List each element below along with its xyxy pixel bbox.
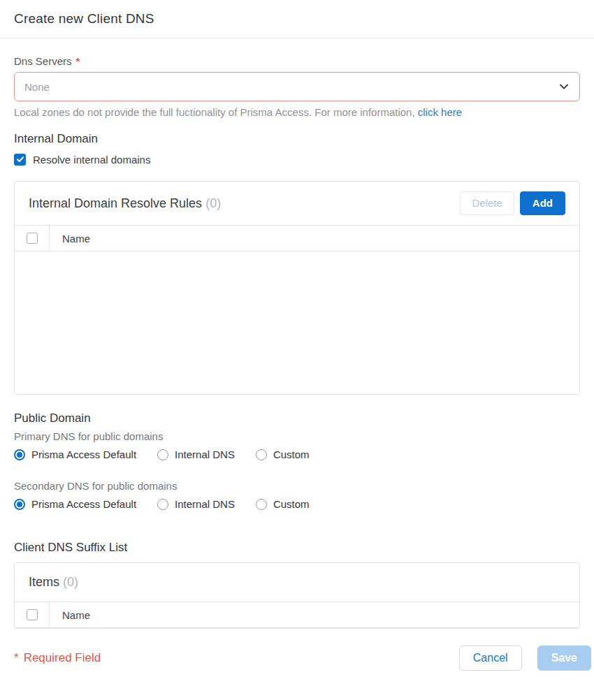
dns-servers-select[interactable]: None xyxy=(14,72,580,101)
resolve-internal-domains-label: Resolve internal domains xyxy=(33,154,150,166)
click-here-link[interactable]: click here xyxy=(418,106,462,118)
dialog-header: Create new Client DNS xyxy=(0,0,594,38)
radio-unselected-icon[interactable] xyxy=(157,499,168,510)
items-title-text: Items xyxy=(29,575,59,589)
check-icon xyxy=(16,154,24,166)
public-domain-heading: Public Domain xyxy=(14,411,580,425)
items-select-all-checkbox[interactable] xyxy=(27,609,38,620)
radio-selected-icon[interactable] xyxy=(14,449,25,460)
rules-card-actions: Delete Add xyxy=(460,191,565,215)
rules-card-header: Internal Domain Resolve Rules (0) Delete… xyxy=(15,182,579,225)
suffix-items-card: Items (0) Name xyxy=(14,562,580,629)
rules-table-header: Name xyxy=(15,225,579,251)
items-select-all-cell xyxy=(15,602,50,627)
secondary-option-label: Custom xyxy=(273,498,310,510)
primary-option-label: Internal DNS xyxy=(175,449,235,460)
dns-servers-select-value: None xyxy=(24,81,558,93)
items-count-badge: (0) xyxy=(63,575,78,589)
radio-unselected-icon[interactable] xyxy=(256,449,267,460)
radio-dot xyxy=(17,502,22,507)
dns-servers-label-text: Dns Servers xyxy=(14,55,72,67)
secondary-dns-radio-group: Prisma Access Default Internal DNS Custo… xyxy=(14,498,580,510)
secondary-option-label: Prisma Access Default xyxy=(31,498,136,510)
rules-name-column-header: Name xyxy=(50,226,90,251)
rules-table-empty-body xyxy=(15,251,579,394)
client-dns-suffix-list-heading: Client DNS Suffix List xyxy=(14,541,580,555)
required-asterisk: * xyxy=(76,55,80,67)
secondary-option-internal-dns[interactable]: Internal DNS xyxy=(157,498,235,510)
page-title: Create new Client DNS xyxy=(14,11,154,27)
required-field-note: * Required Field xyxy=(14,651,101,665)
primary-option-custom[interactable]: Custom xyxy=(256,449,310,460)
radio-unselected-icon[interactable] xyxy=(157,449,168,460)
items-card-header: Items (0) xyxy=(15,563,579,601)
items-card-title: Items (0) xyxy=(29,575,565,590)
delete-button[interactable]: Delete xyxy=(460,191,514,215)
secondary-option-label: Internal DNS xyxy=(175,498,235,510)
rules-count-badge: (0) xyxy=(205,196,221,210)
dns-servers-helper-text: Local zones do not provide the full fuct… xyxy=(14,106,580,118)
dns-servers-label: Dns Servers * xyxy=(14,55,580,67)
rules-card-title: Internal Domain Resolve Rules (0) xyxy=(29,196,460,211)
required-asterisk: * xyxy=(14,651,19,665)
secondary-option-prisma-access-default[interactable]: Prisma Access Default xyxy=(14,498,136,510)
primary-option-label: Prisma Access Default xyxy=(31,449,136,460)
internal-domain-heading: Internal Domain xyxy=(14,132,580,146)
internal-domain-resolve-rules-card: Internal Domain Resolve Rules (0) Delete… xyxy=(14,181,580,395)
cancel-button[interactable]: Cancel xyxy=(459,646,522,671)
dialog-content: Dns Servers * None Local zones do not pr… xyxy=(0,55,594,671)
secondary-dns-label: Secondary DNS for public domains xyxy=(14,480,580,492)
dialog-footer: * Required Field Cancel Save xyxy=(14,646,591,671)
create-client-dns-dialog: Create new Client DNS Dns Servers * None… xyxy=(0,0,594,700)
radio-unselected-icon[interactable] xyxy=(256,499,267,510)
rules-select-all-cell xyxy=(15,226,50,251)
helper-text-body: Local zones do not provide the full fuct… xyxy=(14,106,415,118)
resolve-internal-domains-checkbox[interactable] xyxy=(14,154,26,166)
radio-selected-icon[interactable] xyxy=(14,499,25,510)
footer-actions: Cancel Save xyxy=(459,646,591,671)
primary-dns-label: Primary DNS for public domains xyxy=(14,430,580,442)
save-button[interactable]: Save xyxy=(537,646,591,671)
required-field-text: Required Field xyxy=(24,651,101,665)
radio-dot xyxy=(17,452,22,458)
items-name-column-header: Name xyxy=(50,602,90,627)
secondary-option-custom[interactable]: Custom xyxy=(256,498,310,510)
primary-dns-radio-group: Prisma Access Default Internal DNS Custo… xyxy=(14,449,580,460)
rules-select-all-checkbox[interactable] xyxy=(27,233,38,244)
chevron-down-icon[interactable] xyxy=(558,81,570,92)
items-table-header: Name xyxy=(15,601,579,628)
resolve-internal-domains-row[interactable]: Resolve internal domains xyxy=(14,154,580,166)
primary-option-prisma-access-default[interactable]: Prisma Access Default xyxy=(14,449,136,460)
primary-option-internal-dns[interactable]: Internal DNS xyxy=(157,449,235,460)
add-button[interactable]: Add xyxy=(520,191,565,215)
primary-option-label: Custom xyxy=(273,449,310,460)
rules-title-text: Internal Domain Resolve Rules xyxy=(29,196,202,210)
